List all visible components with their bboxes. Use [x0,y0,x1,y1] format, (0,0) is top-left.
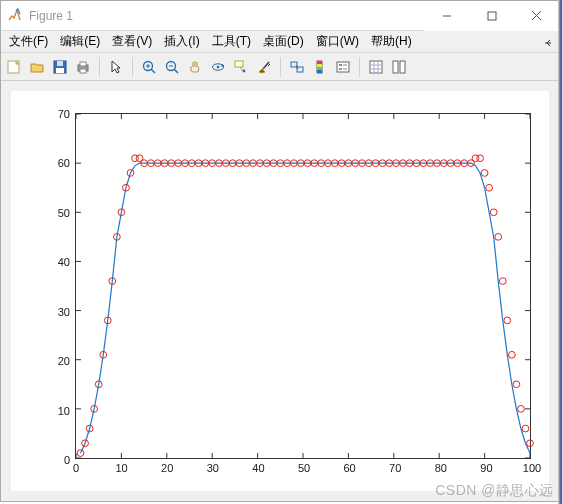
y-tick-label: 60 [48,157,76,169]
x-tick-label: 100 [523,458,541,474]
menu-file[interactable]: 文件(F) [3,31,54,52]
maximize-button[interactable] [469,1,514,31]
y-tick-label: 20 [48,355,76,367]
svg-rect-1 [488,12,496,20]
separator [99,57,100,77]
x-tick-label: 70 [389,458,401,474]
svg-point-21 [243,69,246,72]
figure-window: Figure 1 文件(F) 编辑(E) 查看(V) 插入(I) 工具(T) 桌… [0,0,560,502]
zoom-out-button[interactable] [161,56,183,78]
axis-grid-button[interactable] [365,56,387,78]
svg-rect-29 [317,67,322,70]
y-tick-label: 40 [48,256,76,268]
window-buttons [424,1,559,31]
svg-point-152 [508,351,515,358]
x-tick-label: 0 [73,458,79,474]
menu-insert[interactable]: 插入(I) [158,31,205,52]
svg-point-156 [527,440,534,447]
close-button[interactable] [514,1,559,31]
window-title: Figure 1 [29,9,73,23]
svg-point-154 [518,405,525,412]
svg-rect-6 [57,61,63,66]
svg-rect-20 [235,61,243,67]
svg-line-16 [174,69,178,73]
svg-point-148 [490,209,497,216]
separator [132,57,133,77]
y-tick-label: 70 [48,108,76,120]
new-figure-button[interactable] [3,56,25,78]
svg-rect-42 [400,61,405,73]
menu-window[interactable]: 窗口(W) [310,31,365,52]
menubar: 文件(F) 编辑(E) 查看(V) 插入(I) 工具(T) 桌面(D) 窗口(W… [1,31,559,53]
print-button[interactable] [72,56,94,78]
watermark: CSDN @静思心远 [435,482,554,500]
datatip-button[interactable] [230,56,252,78]
svg-rect-30 [317,70,322,73]
y-tick-label: 0 [48,454,76,466]
menu-desktop[interactable]: 桌面(D) [257,31,310,52]
separator [359,57,360,77]
save-button[interactable] [49,56,71,78]
svg-point-155 [522,425,529,432]
y-tick-label: 10 [48,405,76,417]
x-tick-label: 40 [252,458,264,474]
figure-canvas: 010203040506070 0102030405060708090100 [11,91,549,491]
pointer-button[interactable] [105,56,127,78]
window-resize-edge[interactable] [558,0,562,504]
brush-button[interactable] [253,56,275,78]
x-tick-label: 10 [115,458,127,474]
toolbar-overflow-icon[interactable] [543,37,553,47]
svg-point-150 [499,278,506,285]
figure-area: 010203040506070 0102030405060708090100 [1,81,559,501]
svg-rect-36 [370,61,382,73]
svg-rect-28 [317,64,322,67]
svg-rect-10 [80,69,86,73]
x-tick-label: 60 [343,458,355,474]
x-tick-label: 50 [298,458,310,474]
svg-rect-27 [317,61,322,64]
separator [280,57,281,77]
titlebar: Figure 1 [1,1,559,31]
x-tick-label: 90 [480,458,492,474]
matlab-icon [7,8,23,24]
colorbar-button[interactable] [309,56,331,78]
x-tick-label: 80 [435,458,447,474]
zoom-in-button[interactable] [138,56,160,78]
y-tick-label: 50 [48,207,76,219]
svg-rect-9 [80,62,86,66]
svg-point-149 [495,233,502,240]
rotate3d-button[interactable] [207,56,229,78]
svg-rect-7 [56,68,64,73]
menu-help[interactable]: 帮助(H) [365,31,418,52]
axes[interactable]: 010203040506070 0102030405060708090100 [75,113,531,459]
menu-tools[interactable]: 工具(T) [206,31,257,52]
plot-svg [76,114,530,458]
svg-point-146 [481,170,488,177]
svg-point-151 [504,317,511,324]
y-tick-label: 30 [48,306,76,318]
link-button[interactable] [286,56,308,78]
svg-point-19 [217,65,220,68]
svg-point-153 [513,381,520,388]
svg-rect-41 [393,61,398,73]
svg-rect-31 [337,62,349,72]
minimize-button[interactable] [424,1,469,31]
menu-edit[interactable]: 编辑(E) [54,31,106,52]
pan-button[interactable] [184,56,206,78]
x-tick-label: 20 [161,458,173,474]
legend-button[interactable] [332,56,354,78]
x-tick-label: 30 [207,458,219,474]
layout-button[interactable] [388,56,410,78]
svg-line-12 [151,69,155,73]
open-button[interactable] [26,56,48,78]
menu-view[interactable]: 查看(V) [106,31,158,52]
svg-point-147 [486,184,493,191]
svg-point-145 [477,155,484,162]
toolbar [1,53,559,81]
